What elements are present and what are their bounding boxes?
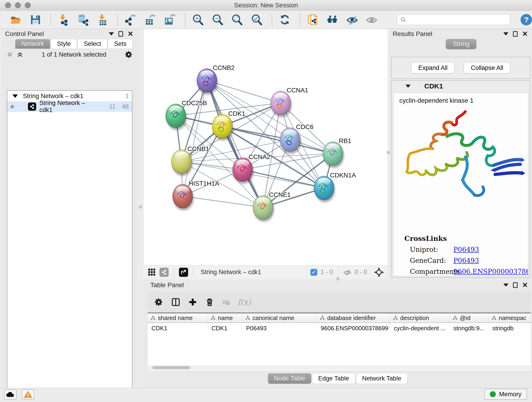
warnings-button[interactable] [22,389,34,400]
close-window-button[interactable] [5,2,11,8]
network-edge[interactable] [243,170,324,188]
zoom-window-button[interactable] [25,2,31,8]
search-input[interactable] [408,16,507,23]
splitter-handle[interactable] [139,205,142,209]
apply-layout-button[interactable] [278,13,291,26]
tab-string[interactable]: String [446,39,476,49]
panel-menu-icon[interactable] [503,283,508,287]
selected-checkbox-icon[interactable]: ✓ [310,269,317,276]
gene-section-header[interactable]: CDK1 [392,81,530,92]
birdseye-crosshair-icon[interactable] [374,267,384,277]
save-session-button[interactable] [29,13,42,26]
tab-sets[interactable]: Sets [108,39,133,49]
network-node[interactable] [172,184,194,211]
panel-float-icon[interactable] [513,282,518,288]
panel-menu-icon[interactable] [109,32,114,36]
crosslink-value-link[interactable]: 9606.ENSP00000378699 [453,268,528,275]
detach-view-button[interactable] [179,268,188,277]
column-header-description[interactable]: description [390,313,450,322]
zoom-fit-button[interactable] [230,13,244,26]
network-node[interactable] [271,91,292,117]
tab-network[interactable]: Network [15,39,50,49]
table-cell[interactable]: 9606.ENSP00000378699 [317,323,390,333]
clear-table-icon[interactable] [222,298,230,306]
open-session-button[interactable] [9,13,22,26]
column-header-canonical-name[interactable]: canonical name [242,313,317,322]
column-header-database-identifier[interactable]: database identifier [317,313,390,322]
table-hscrollbar[interactable] [148,365,531,370]
splitter-handle[interactable] [387,151,390,154]
table-hscrollbar-thumb[interactable] [152,366,190,369]
import-network-file-button[interactable] [57,13,70,26]
node-table[interactable]: shared namenamecanonical namedatabase id… [148,313,531,370]
panel-close-icon[interactable]: ✕ [522,31,528,37]
gear-icon[interactable] [125,51,133,59]
column-header-shared-name[interactable]: shared name [148,313,208,322]
add-column-icon[interactable] [188,298,197,307]
tab-select[interactable]: Select [78,39,107,49]
table-cell[interactable]: CDK1 [148,323,208,333]
export-image-button[interactable] [163,13,177,26]
expand-up-icon[interactable] [17,51,23,58]
toolbar-search[interactable] [397,14,510,25]
panel-float-icon[interactable] [513,31,518,37]
network-node[interactable] [314,176,335,202]
network-node[interactable] [233,158,254,184]
collapse-all-button[interactable]: Collapse All [464,62,510,73]
zoom-out-button[interactable] [211,13,224,26]
grid-view-icon[interactable] [147,268,156,277]
collapse-all-icon[interactable] [6,51,13,58]
table-gear-icon[interactable] [154,298,163,307]
network-edge[interactable] [207,80,263,207]
tab-edge-table[interactable]: Edge Table [312,373,355,384]
zoom-in-button[interactable] [191,13,205,26]
tab-network-table[interactable]: Network Table [356,373,408,384]
table-cell[interactable]: stringdb:9... [450,323,489,333]
network-row[interactable]: String Network – cdk1 11 48 [7,101,132,112]
hide-selected-button[interactable] [346,13,359,26]
expand-all-button[interactable]: Expand All [411,62,455,73]
tab-style[interactable]: Style [51,39,77,49]
network-node[interactable] [171,150,192,176]
export-network-button[interactable] [124,13,137,26]
memory-button[interactable]: Memory [484,389,527,400]
panel-float-icon[interactable] [119,31,123,37]
network-badge-icon[interactable] [159,268,169,277]
panel-close-icon[interactable]: ✕ [128,31,133,37]
show-all-button[interactable] [365,13,379,26]
first-neighbors-button[interactable] [326,13,339,26]
section-collapse-icon[interactable] [405,85,411,88]
network-edge[interactable] [183,196,263,207]
column-header-namespac[interactable]: namespac [489,313,531,322]
help-button[interactable]: ? [520,14,532,26]
network-node[interactable] [166,104,187,130]
network-node[interactable] [212,114,233,140]
column-header--id[interactable]: @id [450,313,489,322]
import-table-file-button[interactable] [96,13,109,26]
function-builder-icon[interactable]: f(x) [238,298,251,307]
splitter-handle[interactable] [336,277,340,280]
export-table-button[interactable] [144,13,157,26]
table-row[interactable]: CDK1CDK1P064939606.ENSP00000378699cyclin… [148,323,531,333]
network-node[interactable] [197,69,218,95]
tab-node-table[interactable]: Node Table [268,373,311,384]
network-node[interactable] [253,196,274,222]
clone-network-button[interactable] [306,13,319,26]
table-cell[interactable]: P06493 [242,323,317,333]
minimize-window-button[interactable] [15,2,21,8]
crosslink-value-link[interactable]: P06493 [453,257,479,264]
network-canvas[interactable]: CCNB2CCNA1CDC25BCDK1CDC6RB1CCNB1CCNA2CDK… [144,29,388,265]
network-edge[interactable] [207,80,281,103]
crosslink-value-link[interactable]: P06493 [453,246,479,254]
zoom-selected-button[interactable] [250,13,264,26]
table-cell[interactable]: stringdb [489,323,531,333]
column-header-name[interactable]: name [208,313,242,322]
show-columns-icon[interactable] [171,298,180,307]
panel-menu-icon[interactable] [503,32,508,36]
delete-column-icon[interactable] [205,298,214,307]
collection-expand-icon[interactable] [12,95,18,98]
cloud-status-button[interactable] [4,389,17,400]
table-cell[interactable]: cyclin-dependent ... [390,323,450,333]
network-node[interactable] [323,142,344,168]
import-network-database-button[interactable] [76,13,90,26]
